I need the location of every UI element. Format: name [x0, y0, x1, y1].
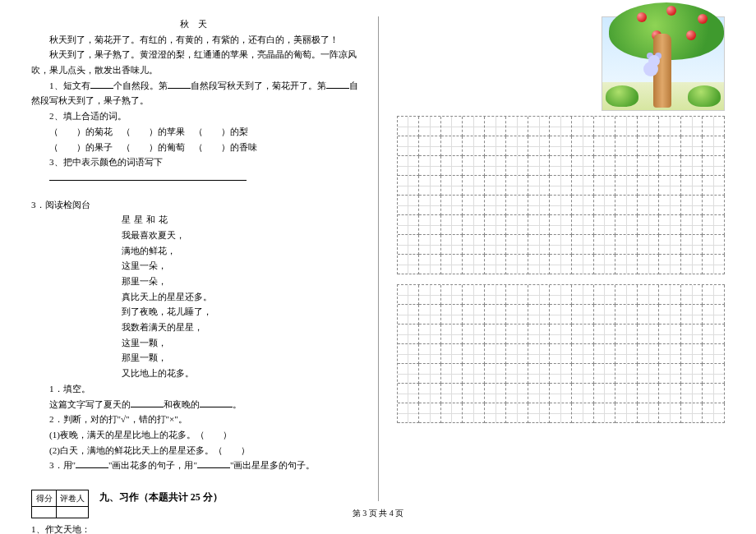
writing-cell[interactable]: [463, 364, 485, 384]
writing-cell[interactable]: [463, 176, 485, 196]
blank-line-long[interactable]: [49, 171, 148, 181]
writing-cell[interactable]: [528, 384, 551, 403]
writing-cell[interactable]: [398, 176, 420, 196]
writing-cell[interactable]: [703, 196, 725, 215]
writing-cell[interactable]: [572, 344, 594, 364]
writing-cell[interactable]: [485, 136, 507, 156]
writing-cell[interactable]: [506, 176, 528, 196]
writing-cell[interactable]: [419, 305, 441, 325]
writing-cell[interactable]: [638, 344, 660, 364]
writing-cell[interactable]: [594, 255, 616, 274]
writing-cell[interactable]: [528, 235, 551, 255]
writing-cell[interactable]: [463, 344, 485, 364]
writing-cell[interactable]: [463, 117, 485, 136]
writing-cell[interactable]: [638, 176, 660, 196]
writing-cell[interactable]: [703, 305, 725, 325]
writing-cell[interactable]: [703, 117, 725, 136]
writing-cell[interactable]: [441, 285, 463, 305]
writing-cell[interactable]: [528, 176, 551, 196]
writing-cell[interactable]: [419, 136, 441, 156]
writing-cell[interactable]: [615, 176, 638, 196]
blank[interactable]: [131, 398, 164, 407]
writing-cell[interactable]: [615, 156, 638, 176]
writing-cell[interactable]: [703, 215, 725, 235]
writing-cell[interactable]: [659, 384, 681, 403]
score-blank[interactable]: [57, 506, 89, 518]
writing-cell[interactable]: [572, 255, 594, 274]
writing-cell[interactable]: [441, 364, 463, 384]
writing-cell[interactable]: [398, 285, 420, 305]
writing-cell[interactable]: [419, 235, 441, 255]
writing-cell[interactable]: [506, 156, 528, 176]
writing-cell[interactable]: [550, 364, 572, 384]
writing-cell[interactable]: [506, 215, 528, 235]
writing-cell[interactable]: [681, 364, 703, 384]
writing-cell[interactable]: [441, 384, 463, 403]
writing-cell[interactable]: [681, 196, 703, 215]
writing-cell[interactable]: [441, 136, 463, 156]
writing-cell[interactable]: [638, 403, 660, 423]
writing-cell[interactable]: [419, 215, 441, 235]
writing-cell[interactable]: [703, 403, 725, 423]
writing-cell[interactable]: [463, 285, 485, 305]
writing-cell[interactable]: [398, 156, 420, 176]
writing-cell[interactable]: [681, 176, 703, 196]
writing-cell[interactable]: [463, 384, 485, 403]
writing-cell[interactable]: [638, 255, 660, 274]
writing-cell[interactable]: [659, 196, 681, 215]
writing-cell[interactable]: [594, 403, 616, 423]
writing-cell[interactable]: [594, 344, 616, 364]
writing-cell[interactable]: [550, 305, 572, 325]
writing-cell[interactable]: [638, 325, 660, 344]
writing-cell[interactable]: [638, 235, 660, 255]
writing-cell[interactable]: [681, 344, 703, 364]
writing-cell[interactable]: [419, 325, 441, 344]
blank-line-long[interactable]: [148, 171, 247, 181]
writing-cell[interactable]: [615, 364, 638, 384]
writing-cell[interactable]: [506, 196, 528, 215]
writing-cell[interactable]: [419, 196, 441, 215]
blank[interactable]: [200, 398, 233, 407]
writing-cell[interactable]: [594, 117, 616, 136]
writing-cell[interactable]: [615, 117, 638, 136]
writing-cell[interactable]: [419, 403, 441, 423]
writing-cell[interactable]: [681, 384, 703, 403]
writing-cell[interactable]: [681, 255, 703, 274]
writing-cell[interactable]: [594, 235, 616, 255]
writing-cell[interactable]: [615, 305, 638, 325]
writing-cell[interactable]: [703, 136, 725, 156]
writing-cell[interactable]: [398, 235, 420, 255]
writing-cell[interactable]: [572, 325, 594, 344]
writing-cell[interactable]: [398, 344, 420, 364]
writing-cell[interactable]: [485, 176, 507, 196]
writing-cell[interactable]: [638, 305, 660, 325]
writing-cell[interactable]: [398, 136, 420, 156]
writing-cell[interactable]: [659, 305, 681, 325]
writing-cell[interactable]: [441, 176, 463, 196]
writing-cell[interactable]: [463, 156, 485, 176]
writing-cell[interactable]: [638, 384, 660, 403]
writing-cell[interactable]: [419, 176, 441, 196]
writing-cell[interactable]: [485, 305, 507, 325]
writing-grid-2[interactable]: [397, 284, 726, 423]
writing-cell[interactable]: [550, 196, 572, 215]
writing-cell[interactable]: [615, 215, 638, 235]
writing-cell[interactable]: [703, 384, 725, 403]
writing-cell[interactable]: [441, 156, 463, 176]
writing-cell[interactable]: [485, 255, 507, 274]
writing-cell[interactable]: [550, 255, 572, 274]
writing-cell[interactable]: [528, 156, 551, 176]
writing-cell[interactable]: [506, 136, 528, 156]
writing-cell[interactable]: [506, 305, 528, 325]
writing-cell[interactable]: [506, 384, 528, 403]
writing-cell[interactable]: [441, 196, 463, 215]
writing-cell[interactable]: [572, 196, 594, 215]
writing-cell[interactable]: [703, 364, 725, 384]
writing-cell[interactable]: [659, 255, 681, 274]
writing-cell[interactable]: [506, 364, 528, 384]
writing-cell[interactable]: [550, 156, 572, 176]
writing-cell[interactable]: [528, 325, 551, 344]
writing-cell[interactable]: [615, 136, 638, 156]
writing-cell[interactable]: [485, 364, 507, 384]
blank[interactable]: [326, 79, 349, 89]
